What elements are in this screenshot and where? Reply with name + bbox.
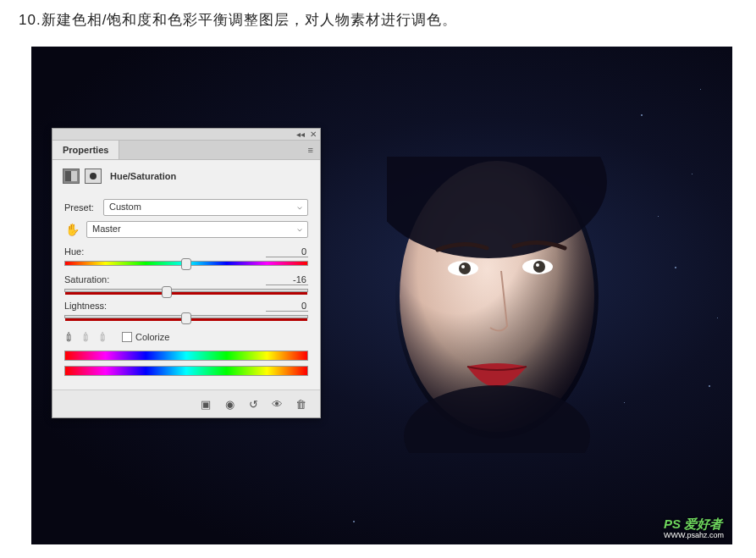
reset-icon[interactable]: ↺ — [242, 395, 264, 412]
hue-value[interactable]: 0 — [266, 246, 308, 257]
color-range-bar-top — [64, 351, 308, 361]
hue-slider-thumb[interactable] — [181, 258, 191, 270]
layer-mask-icon[interactable] — [85, 169, 102, 184]
hue-label: Hue: — [64, 246, 84, 257]
saturation-label: Saturation: — [64, 274, 109, 285]
lightness-label: Lightness: — [64, 301, 107, 312]
properties-panel: ◂◂ ✕ Properties ≡ Hue/Saturation Preset: — [52, 128, 321, 418]
svg-point-4 — [459, 262, 471, 274]
channel-select[interactable]: Master — [86, 221, 308, 238]
lightness-slider[interactable] — [64, 315, 308, 318]
preset-label: Preset: — [64, 202, 97, 213]
colorize-label: Colorize — [135, 332, 169, 342]
svg-point-5 — [461, 265, 465, 268]
collapse-icon[interactable]: ◂◂ — [296, 130, 305, 139]
clip-to-layer-icon[interactable]: ▣ — [195, 395, 217, 412]
svg-rect-11 — [71, 171, 77, 181]
svg-point-8 — [536, 263, 539, 267]
instruction-text: 10.新建色相/饱和度和色彩平衡调整图层，对人物素材进行调色。 — [19, 10, 737, 30]
panel-topbar: ◂◂ ✕ — [52, 129, 320, 141]
saturation-slider[interactable] — [64, 289, 308, 292]
svg-point-7 — [533, 261, 545, 273]
eyedropper-icon[interactable]: ✐ — [61, 329, 78, 345]
tab-properties[interactable]: Properties — [52, 141, 119, 159]
adjustment-type-icon — [63, 169, 80, 184]
watermark: PS 爱好者 WWW.psahz.com — [664, 517, 724, 539]
delete-adjustment-icon[interactable]: 🗑 — [290, 395, 312, 412]
lightness-slider-thumb[interactable] — [181, 312, 191, 324]
svg-rect-10 — [65, 171, 71, 181]
toggle-visibility-icon[interactable]: 👁 — [266, 395, 288, 412]
canvas-preview: ◂◂ ✕ Properties ≡ Hue/Saturation Preset: — [31, 47, 732, 544]
eyedropper-subtract-icon[interactable]: ✐ — [95, 329, 112, 345]
color-range-bar-bottom — [64, 366, 308, 376]
lightness-value[interactable]: 0 — [266, 301, 308, 312]
hue-slider[interactable] — [64, 261, 308, 266]
eyedropper-add-icon[interactable]: ✐ — [78, 329, 95, 345]
panel-footer: ▣ ◉ ↺ 👁 🗑 — [52, 389, 320, 417]
panel-menu-icon[interactable]: ≡ — [301, 141, 320, 159]
colorize-checkbox[interactable] — [122, 332, 132, 342]
targeted-adjustment-icon[interactable]: ✋ — [64, 223, 80, 236]
close-icon[interactable]: ✕ — [310, 130, 317, 139]
portrait-subject — [387, 157, 607, 453]
svg-point-12 — [90, 173, 97, 180]
saturation-value[interactable]: -16 — [266, 274, 308, 285]
adjustment-title: Hue/Saturation — [110, 171, 176, 181]
saturation-slider-thumb[interactable] — [162, 286, 172, 298]
preset-select[interactable]: Custom — [103, 199, 308, 216]
view-previous-state-icon[interactable]: ◉ — [218, 395, 240, 412]
